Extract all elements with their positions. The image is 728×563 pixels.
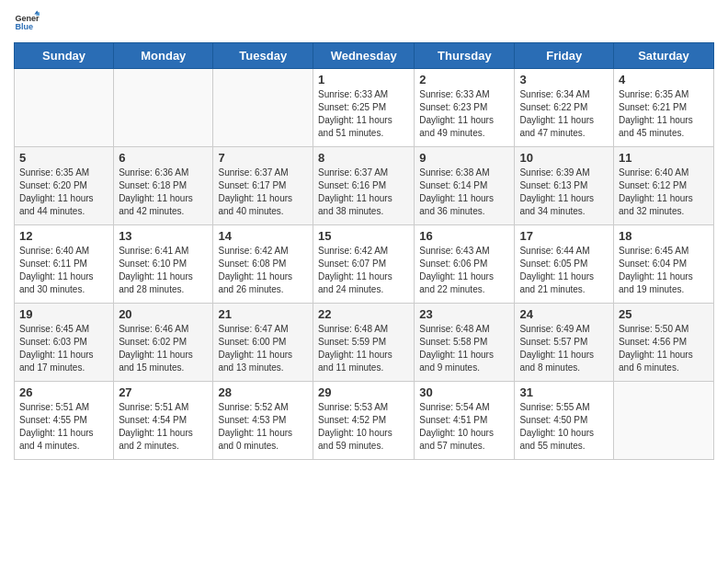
day-number: 23 [419,307,509,321]
calendar-cell: 10Sunrise: 6:39 AM Sunset: 6:13 PM Dayli… [515,147,614,225]
day-number: 5 [19,151,108,165]
day-info: Sunrise: 6:40 AM Sunset: 6:12 PM Dayligh… [619,167,709,218]
day-number: 10 [519,151,609,165]
calendar-cell: 22Sunrise: 6:48 AM Sunset: 5:59 PM Dayli… [313,304,415,382]
day-number: 26 [19,385,108,399]
day-number: 12 [19,229,108,243]
day-number: 19 [19,307,108,321]
day-info: Sunrise: 6:43 AM Sunset: 6:06 PM Dayligh… [419,245,509,296]
day-number: 17 [519,229,609,243]
day-info: Sunrise: 6:35 AM Sunset: 6:20 PM Dayligh… [19,167,108,218]
day-info: Sunrise: 6:37 AM Sunset: 6:16 PM Dayligh… [318,167,409,218]
day-number: 11 [619,151,709,165]
svg-text:General: General [15,14,40,23]
calendar-week-row: 12Sunrise: 6:40 AM Sunset: 6:11 PM Dayli… [15,225,714,304]
calendar-cell: 12Sunrise: 6:40 AM Sunset: 6:11 PM Dayli… [15,225,114,304]
day-info: Sunrise: 5:52 AM Sunset: 4:53 PM Dayligh… [218,401,308,453]
day-number: 7 [218,151,308,165]
day-info: Sunrise: 5:50 AM Sunset: 4:56 PM Dayligh… [619,323,709,374]
calendar-cell: 16Sunrise: 6:43 AM Sunset: 6:06 PM Dayli… [415,225,515,304]
calendar-table: SundayMondayTuesdayWednesdayThursdayFrid… [14,42,714,460]
day-number: 21 [218,307,308,321]
day-info: Sunrise: 5:53 AM Sunset: 4:52 PM Dayligh… [318,401,409,453]
day-number: 2 [419,73,509,86]
calendar-cell: 8Sunrise: 6:37 AM Sunset: 6:16 PM Daylig… [313,147,415,225]
calendar-cell: 19Sunrise: 6:45 AM Sunset: 6:03 PM Dayli… [15,304,114,382]
column-header-monday: Monday [114,43,213,69]
day-info: Sunrise: 6:36 AM Sunset: 6:18 PM Dayligh… [119,167,208,218]
day-info: Sunrise: 6:45 AM Sunset: 6:04 PM Dayligh… [619,245,709,296]
day-info: Sunrise: 6:35 AM Sunset: 6:21 PM Dayligh… [619,88,709,140]
calendar-cell: 15Sunrise: 6:42 AM Sunset: 6:07 PM Dayli… [313,225,415,304]
day-number: 27 [119,385,208,399]
calendar-cell: 9Sunrise: 6:38 AM Sunset: 6:14 PM Daylig… [415,147,515,225]
day-number: 13 [119,229,208,243]
day-info: Sunrise: 6:47 AM Sunset: 6:00 PM Dayligh… [218,323,308,374]
day-number: 24 [519,307,609,321]
column-header-thursday: Thursday [415,43,515,69]
day-number: 22 [318,307,409,321]
calendar-week-row: 26Sunrise: 5:51 AM Sunset: 4:55 PM Dayli… [15,382,714,460]
column-header-tuesday: Tuesday [213,43,313,69]
calendar-cell: 27Sunrise: 5:51 AM Sunset: 4:54 PM Dayli… [114,382,213,460]
calendar-cell: 20Sunrise: 6:46 AM Sunset: 6:02 PM Dayli… [114,304,213,382]
calendar-cell: 31Sunrise: 5:55 AM Sunset: 4:50 PM Dayli… [515,382,614,460]
calendar-cell: 17Sunrise: 6:44 AM Sunset: 6:05 PM Dayli… [515,225,614,304]
day-number: 25 [619,307,709,321]
column-header-saturday: Saturday [614,43,714,69]
calendar-cell: 29Sunrise: 5:53 AM Sunset: 4:52 PM Dayli… [313,382,415,460]
day-info: Sunrise: 6:42 AM Sunset: 6:08 PM Dayligh… [218,245,308,296]
day-info: Sunrise: 5:51 AM Sunset: 4:54 PM Dayligh… [119,401,208,453]
day-info: Sunrise: 6:41 AM Sunset: 6:10 PM Dayligh… [119,245,208,296]
calendar-cell: 3Sunrise: 6:34 AM Sunset: 6:22 PM Daylig… [515,69,614,147]
day-number: 4 [619,73,709,86]
day-info: Sunrise: 6:39 AM Sunset: 6:13 PM Dayligh… [519,167,609,218]
calendar-cell: 25Sunrise: 5:50 AM Sunset: 4:56 PM Dayli… [614,304,714,382]
day-info: Sunrise: 5:51 AM Sunset: 4:55 PM Dayligh… [19,401,108,453]
calendar-cell: 11Sunrise: 6:40 AM Sunset: 6:12 PM Dayli… [614,147,714,225]
day-info: Sunrise: 6:34 AM Sunset: 6:22 PM Dayligh… [519,88,609,140]
calendar-cell: 5Sunrise: 6:35 AM Sunset: 6:20 PM Daylig… [15,147,114,225]
calendar-cell: 4Sunrise: 6:35 AM Sunset: 6:21 PM Daylig… [614,69,714,147]
day-info: Sunrise: 6:37 AM Sunset: 6:17 PM Dayligh… [218,167,308,218]
calendar-body: 1Sunrise: 6:33 AM Sunset: 6:25 PM Daylig… [15,69,714,460]
day-number: 15 [318,229,409,243]
day-info: Sunrise: 6:33 AM Sunset: 6:23 PM Dayligh… [419,88,509,140]
day-info: Sunrise: 5:54 AM Sunset: 4:51 PM Dayligh… [419,401,509,453]
logo: General Blue [14,9,43,35]
calendar-week-row: 19Sunrise: 6:45 AM Sunset: 6:03 PM Dayli… [15,304,714,382]
day-number: 31 [519,385,609,399]
column-header-sunday: Sunday [15,43,114,69]
calendar-cell: 14Sunrise: 6:42 AM Sunset: 6:08 PM Dayli… [213,225,313,304]
calendar-cell: 7Sunrise: 6:37 AM Sunset: 6:17 PM Daylig… [213,147,313,225]
day-number: 3 [519,73,609,86]
calendar-cell [614,382,714,460]
day-number: 28 [218,385,308,399]
calendar-cell: 18Sunrise: 6:45 AM Sunset: 6:04 PM Dayli… [614,225,714,304]
day-number: 9 [419,151,509,165]
day-number: 1 [318,73,409,86]
column-header-friday: Friday [515,43,614,69]
day-number: 14 [218,229,308,243]
calendar-cell: 1Sunrise: 6:33 AM Sunset: 6:25 PM Daylig… [313,69,415,147]
day-number: 6 [119,151,208,165]
day-info: Sunrise: 6:33 AM Sunset: 6:25 PM Dayligh… [318,88,409,140]
day-info: Sunrise: 6:40 AM Sunset: 6:11 PM Dayligh… [19,245,108,296]
calendar-week-row: 5Sunrise: 6:35 AM Sunset: 6:20 PM Daylig… [15,147,714,225]
calendar-cell: 30Sunrise: 5:54 AM Sunset: 4:51 PM Dayli… [415,382,515,460]
day-info: Sunrise: 6:46 AM Sunset: 6:02 PM Dayligh… [119,323,208,374]
day-info: Sunrise: 6:38 AM Sunset: 6:14 PM Dayligh… [419,167,509,218]
day-info: Sunrise: 5:55 AM Sunset: 4:50 PM Dayligh… [519,401,609,453]
day-info: Sunrise: 6:49 AM Sunset: 5:57 PM Dayligh… [519,323,609,374]
day-number: 18 [619,229,709,243]
calendar-cell: 28Sunrise: 5:52 AM Sunset: 4:53 PM Dayli… [213,382,313,460]
day-info: Sunrise: 6:44 AM Sunset: 6:05 PM Dayligh… [519,245,609,296]
day-info: Sunrise: 6:48 AM Sunset: 5:59 PM Dayligh… [318,323,409,374]
column-header-wednesday: Wednesday [313,43,415,69]
day-info: Sunrise: 6:42 AM Sunset: 6:07 PM Dayligh… [318,245,409,296]
calendar-cell: 24Sunrise: 6:49 AM Sunset: 5:57 PM Dayli… [515,304,614,382]
calendar-cell: 6Sunrise: 6:36 AM Sunset: 6:18 PM Daylig… [114,147,213,225]
calendar-cell: 2Sunrise: 6:33 AM Sunset: 6:23 PM Daylig… [415,69,515,147]
day-info: Sunrise: 6:48 AM Sunset: 5:58 PM Dayligh… [419,323,509,374]
calendar-cell: 21Sunrise: 6:47 AM Sunset: 6:00 PM Dayli… [213,304,313,382]
